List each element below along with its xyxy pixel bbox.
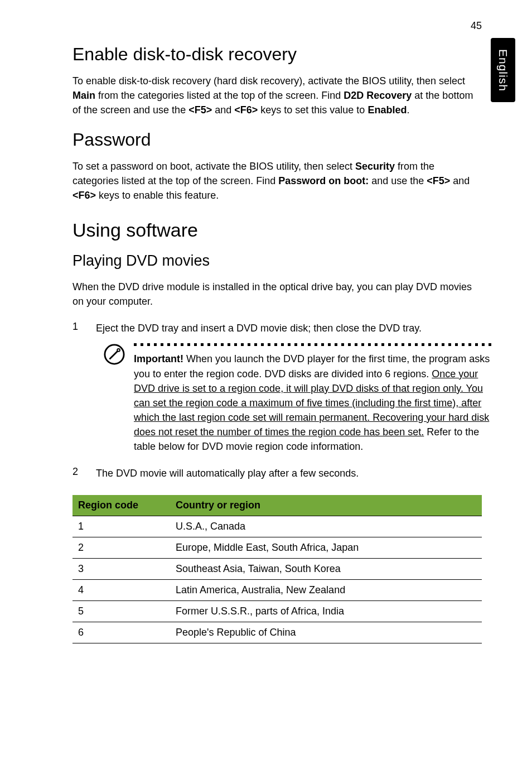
text: and use the [369,175,427,186]
table-row: 6 People's Republic of China [72,622,482,643]
table-row: 4 Latin America, Australia, New Zealand [72,580,482,601]
cell-country: Latin America, Australia, New Zealand [170,580,482,601]
step-2: 2 The DVD movie will automatically play … [72,466,482,480]
heading-using-software: Using software [72,219,482,241]
text: keys to enable this feature. [96,190,219,201]
text-bold: <F6> [72,190,96,201]
text-bold: Enabled [367,104,407,116]
text: To enable disk-to-disk recovery (hard di… [72,75,465,87]
note-content: Important! When you launch the DVD playe… [134,343,491,454]
step-text: Eject the DVD tray and insert a DVD movi… [96,321,482,335]
cell-country: Europe, Middle East, South Africa, Japan [170,537,482,559]
table-row: 2 Europe, Middle East, South Africa, Jap… [72,537,482,559]
cell-country: Former U.S.S.R., parts of Africa, India [170,601,482,622]
cell-region: 5 [72,601,170,622]
text-bold: Security [355,161,395,172]
para-dvd-intro: When the DVD drive module is installed i… [72,280,482,309]
step-1: 1 Eject the DVD tray and insert a DVD mo… [72,321,482,335]
cell-country: People's Republic of China [170,622,482,643]
text-bold: D2D Recovery [344,90,412,101]
page: 45 English Enable disk-to-disk recovery … [0,0,532,764]
step-number: 1 [72,321,83,333]
para-password: To set a password on boot, activate the … [72,159,482,203]
table-row: 3 Southeast Asia, Taiwan, South Korea [72,559,482,580]
cell-region: 3 [72,559,170,580]
th-region-code: Region code [72,495,170,516]
dotted-rule [134,343,491,346]
table-header-row: Region code Country or region [72,495,482,516]
text-bold: Password on boot: [278,175,369,186]
text-bold: Important! [134,353,183,364]
th-country: Country or region [170,495,482,516]
svg-point-2 [118,350,119,352]
text-bold: <F5> [427,175,450,186]
para-disk-recovery: To enable disk-to-disk recovery (hard di… [72,74,482,117]
heading-playing-dvd: Playing DVD movies [72,252,482,270]
cell-country: U.S.A., Canada [170,516,482,537]
text: and [450,175,470,186]
text: and [212,104,234,116]
cell-region: 4 [72,580,170,601]
heading-disk-recovery: Enable disk-to-disk recovery [72,44,482,65]
step-text: The DVD movie will automatically play af… [96,466,482,480]
important-note: Important! When you launch the DVD playe… [104,343,482,454]
text: from the categories listed at the top of… [95,90,344,101]
text: . [407,104,409,116]
table-row: 1 U.S.A., Canada [72,516,482,537]
heading-password: Password [72,129,482,150]
language-tab: English [491,38,515,102]
text-bold: Main [72,90,95,101]
text-bold: <F5> [188,104,212,116]
text: keys to set this value to [258,104,367,116]
text: To set a password on boot, activate the … [72,161,355,172]
step-number: 2 [72,466,83,478]
page-number: 45 [72,20,482,32]
table-row: 5 Former U.S.S.R., parts of Africa, Indi… [72,601,482,622]
cell-region: 2 [72,537,170,559]
info-icon [104,344,125,365]
cell-region: 1 [72,516,170,537]
cell-region: 6 [72,622,170,643]
text-bold: <F6> [234,104,258,116]
cell-country: Southeast Asia, Taiwan, South Korea [170,559,482,580]
region-code-table: Region code Country or region 1 U.S.A., … [72,495,482,643]
note-text: Important! When you launch the DVD playe… [134,352,491,454]
